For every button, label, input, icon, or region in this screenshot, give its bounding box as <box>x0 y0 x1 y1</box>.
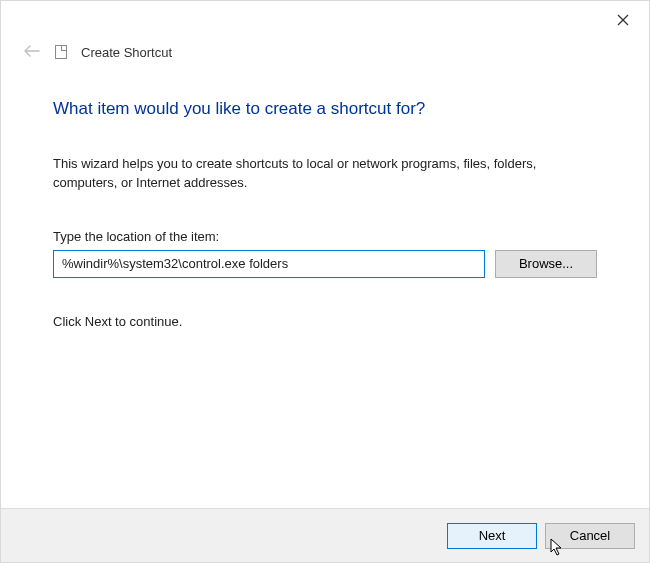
shortcut-page-icon <box>55 45 67 59</box>
location-label: Type the location of the item: <box>53 229 597 244</box>
footer-bar: Next Cancel <box>1 508 649 562</box>
location-input[interactable] <box>53 250 485 278</box>
close-icon <box>617 14 629 26</box>
location-input-row: Browse... <box>53 250 597 278</box>
cancel-button[interactable]: Cancel <box>545 523 635 549</box>
titlebar <box>1 1 649 37</box>
main-heading: What item would you like to create a sho… <box>53 99 597 119</box>
browse-button[interactable]: Browse... <box>495 250 597 278</box>
header-row: Create Shortcut <box>1 37 649 67</box>
wizard-window: Create Shortcut What item would you like… <box>0 0 650 563</box>
wizard-description: This wizard helps you to create shortcut… <box>53 155 597 193</box>
next-button[interactable]: Next <box>447 523 537 549</box>
content-area: What item would you like to create a sho… <box>1 67 649 508</box>
continue-text: Click Next to continue. <box>53 314 597 329</box>
close-button[interactable] <box>607 7 639 33</box>
back-arrow-icon <box>23 43 41 61</box>
header-title: Create Shortcut <box>81 45 172 60</box>
